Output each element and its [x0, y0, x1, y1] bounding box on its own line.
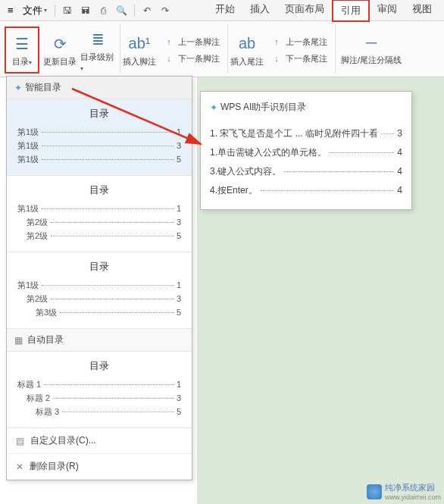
- ai-icon: ✦: [210, 102, 217, 113]
- smart-toc-header: ✦ 智能目录: [7, 77, 192, 99]
- refresh-icon: ⟳: [49, 33, 70, 55]
- delete-icon: ✕: [16, 462, 23, 472]
- next-footnote-button[interactable]: ↓ 下一条脚注: [160, 51, 223, 66]
- prev-icon: ↑: [270, 36, 283, 48]
- file-label: 文件: [23, 4, 42, 17]
- preview-icon[interactable]: 🔍: [114, 3, 130, 18]
- divider: [55, 5, 55, 17]
- watermark-icon: [367, 484, 382, 499]
- ai-toc-item[interactable]: 3.键入公式内容。4: [210, 165, 402, 178]
- ai-icon: ✦: [14, 83, 22, 93]
- tab-start[interactable]: 开始: [208, 0, 242, 22]
- redo-icon[interactable]: ↷: [158, 3, 173, 18]
- prev-endnote-button[interactable]: ↑ 上一条尾注: [267, 34, 330, 49]
- watermark: 纯净系统家园 www.yidaimei.com: [367, 482, 441, 501]
- tab-review[interactable]: 审阅: [370, 0, 405, 22]
- toc-preset-1[interactable]: 目录 第1级1 第1级3 第1级5: [7, 99, 192, 176]
- saveas-icon[interactable]: 🖬: [78, 3, 93, 18]
- ribbon-tabs: 开始 插入 页面布局 引用 审阅 视图: [208, 0, 439, 22]
- toc-preset-2[interactable]: 目录 第1级1 第2级3 第2级5: [7, 176, 192, 252]
- divider: [134, 5, 135, 17]
- save-icon[interactable]: 🖫: [60, 3, 75, 18]
- prev-footnote-button[interactable]: ↑ 上一条脚注: [160, 34, 223, 49]
- insert-endnote-button[interactable]: ab 插入尾注: [230, 27, 264, 74]
- undo-icon[interactable]: ↶: [139, 3, 155, 18]
- delete-toc-menuitem[interactable]: ✕ 删除目录(R): [7, 454, 192, 480]
- chevron-down-icon: ▾: [44, 7, 47, 14]
- next-icon: ↓: [163, 52, 175, 64]
- toc-label: 目录▾: [12, 56, 32, 67]
- file-menu[interactable]: 文件 ▾: [20, 4, 50, 17]
- toc-level-button[interactable]: ≣ 目录级别▾: [80, 27, 115, 74]
- separator-label: 脚注/尾注分隔线: [341, 55, 402, 66]
- tab-references[interactable]: 引用: [332, 0, 370, 22]
- prev-icon: ↑: [163, 36, 175, 48]
- level-label: 目录级别▾: [80, 52, 115, 72]
- auto-toc-header: ▦ 自动目录: [7, 329, 192, 352]
- level-icon: ≣: [87, 29, 108, 50]
- footnote-label: 插入脚注: [123, 56, 156, 67]
- tab-pagelayout[interactable]: 页面布局: [277, 0, 332, 22]
- separator-button[interactable]: ─ 脚注/尾注分隔线: [337, 26, 405, 73]
- ai-recognize-panel: ✦ WPS AI助手识别目录 1. 宋飞飞是否是个工 ... 临时见附件四十看3…: [200, 91, 412, 210]
- settings-icon: ▤: [16, 436, 24, 446]
- hamburger-icon[interactable]: ≡: [5, 5, 17, 16]
- next-icon: ↓: [270, 52, 283, 64]
- toc-preset-3[interactable]: 目录 第1级1 第2级3 第3级5: [7, 252, 192, 329]
- tab-view[interactable]: 视图: [405, 0, 439, 22]
- toc-preset-4[interactable]: 目录 标题 11 标题 23 标题 35: [7, 352, 192, 428]
- toc-icon: ☰: [11, 33, 33, 55]
- separator-icon: ─: [361, 32, 382, 53]
- insert-footnote-button[interactable]: ab¹ 插入脚注: [122, 27, 157, 74]
- update-toc-button[interactable]: ⟳ 更新目录: [42, 27, 77, 74]
- custom-toc-menuitem[interactable]: ▤ 自定义目录(C)...: [7, 428, 192, 454]
- endnote-icon: ab: [236, 33, 258, 55]
- ai-toc-item[interactable]: 4.按Enter。4: [210, 184, 402, 197]
- print-icon[interactable]: ⎙: [96, 3, 111, 18]
- next-endnote-button[interactable]: ↓ 下一条尾注: [267, 51, 330, 66]
- tab-insert[interactable]: 插入: [242, 0, 277, 22]
- ai-panel-header: ✦ WPS AI助手识别目录: [210, 98, 402, 121]
- toc-dropdown-panel: ✦ 智能目录 目录 第1级1 第1级3 第1级5 目录 第1级1 第2级3 第2…: [6, 76, 192, 481]
- update-label: 更新目录: [43, 56, 77, 67]
- document-icon: ▦: [14, 335, 23, 346]
- ai-toc-item[interactable]: 1. 宋飞飞是否是个工 ... 临时见附件四十看3: [210, 127, 402, 140]
- endnote-label: 插入尾注: [230, 56, 264, 67]
- toc-button[interactable]: ☰ 目录▾: [5, 27, 39, 74]
- footnote-icon: ab¹: [129, 33, 150, 55]
- ai-toc-item[interactable]: 1.单击需键入公式的单元格。4: [210, 146, 402, 159]
